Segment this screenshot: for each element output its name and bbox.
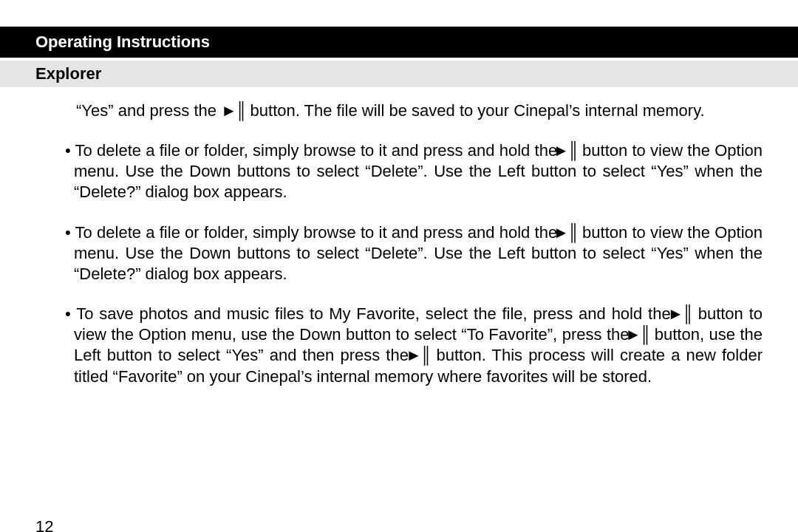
bullet-text: To save photos and music files to My Fav… xyxy=(76,304,676,323)
document-page: Operating Instructions Explorer “Yes” an… xyxy=(0,27,798,532)
bullet-text: To delete a file or folder, simply brows… xyxy=(75,141,562,160)
play-pause-icon: ►║ xyxy=(415,345,430,366)
lead-pre: “Yes” and press the xyxy=(76,101,221,120)
lead-paragraph: “Yes” and press the ►║ button. The file … xyxy=(76,100,763,121)
bullet-item: To save photos and music files to My Fav… xyxy=(35,304,763,387)
page-number: 12 xyxy=(35,517,53,532)
bullet-item: To delete a file or folder, simply brows… xyxy=(35,222,763,284)
play-pause-icon: ►║ xyxy=(634,324,649,345)
lead-post: button. The file will be saved to your C… xyxy=(250,101,705,120)
bullet-text: To delete a file or folder, simply brows… xyxy=(75,223,562,242)
header-bar: Operating Instructions xyxy=(0,27,798,58)
header-title: Operating Instructions xyxy=(35,33,210,51)
bullet-item: To delete a file or folder, simply brows… xyxy=(35,140,763,202)
play-pause-icon: ►║ xyxy=(676,304,692,324)
subheader-bar: Explorer xyxy=(0,61,798,87)
body-text: “Yes” and press the ►║ button. The file … xyxy=(0,87,798,387)
play-pause-icon: ►║ xyxy=(562,222,577,243)
play-pause-icon: ►║ xyxy=(562,140,577,161)
subheader-title: Explorer xyxy=(35,64,101,83)
play-pause-icon: ►║ xyxy=(221,100,245,121)
